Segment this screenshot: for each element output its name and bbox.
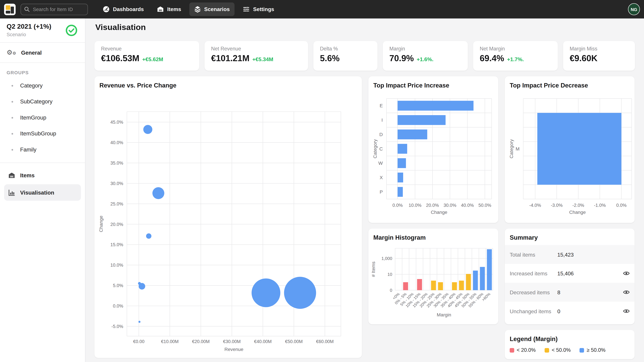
bar[interactable] xyxy=(398,115,446,125)
svg-text:C: C xyxy=(379,146,383,151)
margin-histogram-card: Margin Histogram 0101,000<0%0% - 5%5% - … xyxy=(368,229,498,324)
sidebar-item-visualisation[interactable]: Visualisation xyxy=(4,184,81,201)
kpi-delta: +1.6%. xyxy=(417,56,434,62)
svg-text:X: X xyxy=(380,175,383,180)
search-box xyxy=(20,3,88,15)
nav-settings[interactable]: Settings xyxy=(238,2,279,16)
eye-icon[interactable] xyxy=(622,290,630,295)
bubble[interactable] xyxy=(143,125,152,134)
sidebar-general-label: General xyxy=(21,49,42,56)
bar[interactable] xyxy=(459,281,464,290)
sidebar-item-category[interactable]: Category xyxy=(0,78,85,94)
legend-color-swatch xyxy=(580,348,584,353)
bar[interactable] xyxy=(473,271,478,290)
nav-settings-label: Settings xyxy=(253,6,274,12)
kpi-value: €101.21M xyxy=(211,53,250,63)
bar[interactable] xyxy=(398,173,403,183)
svg-text:0.0%: 0.0% xyxy=(392,203,403,208)
chart-title: Revenue vs. Price Change xyxy=(100,82,176,89)
bubble[interactable] xyxy=(138,321,140,323)
summary-rows: Total items15,423Increased items15,406De… xyxy=(505,245,634,321)
svg-text:Change: Change xyxy=(98,216,104,232)
sliders-icon xyxy=(243,6,250,13)
svg-text:W: W xyxy=(378,161,383,166)
summary-row-unchanged-items: Unchanged items0 xyxy=(505,302,634,321)
layers-icon xyxy=(194,6,201,13)
chart-title: Margin Histogram xyxy=(373,234,426,241)
svg-text:5.0%: 5.0% xyxy=(113,283,123,288)
group-label-itemsubgroup: ItemSubGroup xyxy=(20,131,56,137)
eye-icon[interactable] xyxy=(622,271,630,276)
scatter-chart: -5.0%0.0%5.0%10.0%15.0%20.0%25.0%30.0%35… xyxy=(94,76,362,358)
nav-dashboards-label: Dashboards xyxy=(113,6,144,12)
svg-text:-3.0%: -3.0% xyxy=(551,203,562,208)
nav-dashboards[interactable]: Dashboards xyxy=(98,2,149,16)
bubble[interactable] xyxy=(152,187,164,199)
logo-dark-right xyxy=(11,6,14,13)
summary-row-value: 15,406 xyxy=(557,270,622,277)
chart-title: Top Impact Price Increase xyxy=(373,82,449,89)
bubble[interactable] xyxy=(284,277,316,309)
logo-dark-bottom xyxy=(6,10,10,13)
sidebar-item-itemgroup[interactable]: ItemGroup xyxy=(0,110,85,126)
group-label-family: Family xyxy=(20,146,36,153)
bar[interactable] xyxy=(466,274,471,290)
summary-row-decreased-items: Decreased items8 xyxy=(505,283,634,302)
bar[interactable] xyxy=(398,158,406,168)
bar[interactable] xyxy=(487,249,492,290)
bullet-dot-icon xyxy=(12,133,13,134)
bar[interactable] xyxy=(398,101,474,111)
kpi-delta: +1.7%. xyxy=(507,56,524,62)
user-avatar[interactable]: NG xyxy=(628,3,640,15)
bubble[interactable] xyxy=(139,283,145,290)
svg-text:D: D xyxy=(379,132,383,137)
nav-items[interactable]: Items xyxy=(152,2,186,16)
sidebar-item-subcategory[interactable]: SubCategory xyxy=(0,93,85,110)
page-title: Visualisation xyxy=(95,23,146,32)
svg-text:-1.0%: -1.0% xyxy=(594,203,606,208)
kpi-card-net-margin: Net Margin 69.4%+1.7%. xyxy=(473,41,558,70)
kpi-label: Net Revenue xyxy=(211,46,302,52)
sidebar-visualisation-label: Visualisation xyxy=(20,189,54,196)
sidebar-item-items[interactable]: Items xyxy=(4,167,81,184)
bar[interactable] xyxy=(398,130,427,139)
svg-text:0.0%: 0.0% xyxy=(113,304,123,309)
kpi-label: Revenue xyxy=(101,46,192,52)
bubble[interactable] xyxy=(252,278,280,307)
nav-scenarios[interactable]: Scenarios xyxy=(189,2,234,16)
svg-text:Category: Category xyxy=(372,139,378,158)
sidebar-item-general[interactable]: ⚙⚙ General xyxy=(0,43,85,63)
histogram-chart: 0101,000<0%0% - 5%5% - 10%10% - 15%15% -… xyxy=(368,229,498,324)
legend-item: < 50.0% xyxy=(545,347,571,353)
svg-text:€0.00: €0.00 xyxy=(133,339,144,344)
bubble[interactable] xyxy=(146,233,152,239)
bar[interactable] xyxy=(537,113,621,185)
svg-text:25.0%: 25.0% xyxy=(110,201,123,206)
svg-text:40.0%: 40.0% xyxy=(110,140,123,145)
svg-text:35.0%: 35.0% xyxy=(110,161,123,166)
kpi-value: 5.6% xyxy=(320,53,340,63)
bar[interactable] xyxy=(417,279,422,290)
sidebar-item-itemsubgroup[interactable]: ItemSubGroup xyxy=(0,125,85,142)
dashboard-gauge-icon xyxy=(103,6,110,13)
app-logo[interactable] xyxy=(4,3,16,15)
sidebar-item-family[interactable]: Family xyxy=(0,142,85,158)
eye-icon[interactable] xyxy=(622,309,630,314)
scenario-header: Q2 2021 (+1%) Scenario xyxy=(0,18,85,42)
bar[interactable] xyxy=(452,282,457,290)
bar[interactable] xyxy=(438,282,443,290)
kpi-delta: +€5.34M xyxy=(252,56,273,62)
svg-text:-2.0%: -2.0% xyxy=(572,203,584,208)
bar[interactable] xyxy=(431,281,436,290)
bar[interactable] xyxy=(398,144,407,154)
kpi-value: 70.9% xyxy=(390,53,414,63)
bar[interactable] xyxy=(403,282,408,290)
sidebar-items-label: Items xyxy=(20,172,34,178)
svg-text:45.0%: 45.0% xyxy=(110,120,123,125)
svg-text:0: 0 xyxy=(390,288,392,293)
bar[interactable] xyxy=(398,187,403,197)
bar[interactable] xyxy=(480,267,485,290)
kpi-card-delta-pct: Delta % 5.6% xyxy=(314,41,378,70)
search-input[interactable] xyxy=(32,6,84,12)
kpi-label: Margin Miss xyxy=(570,46,628,52)
